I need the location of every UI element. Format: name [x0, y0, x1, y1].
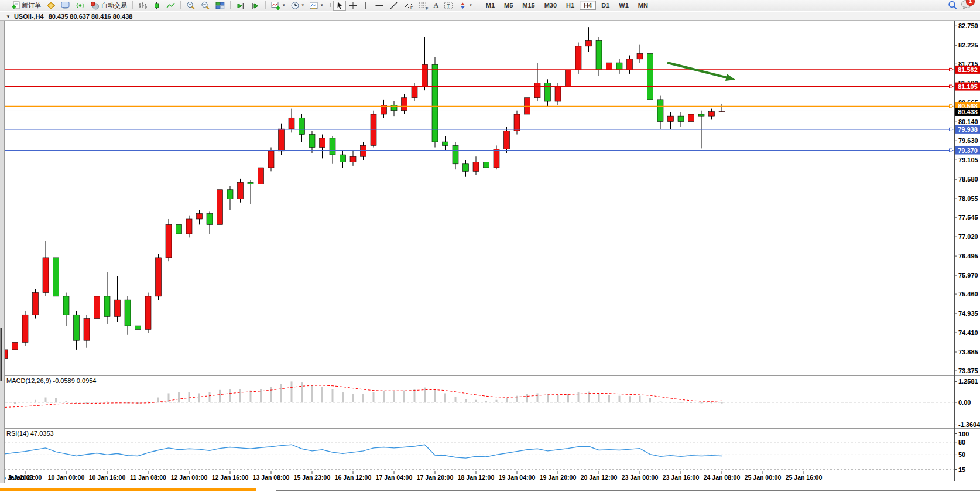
auto-scroll-button[interactable]	[234, 1, 248, 11]
time-tick-label: 19 Jan 04:00	[499, 474, 536, 481]
timeframe-button-M5[interactable]: M5	[500, 1, 517, 10]
svg-text:81.562: 81.562	[958, 66, 978, 73]
timeframe-button-M1[interactable]: M1	[482, 1, 499, 10]
cursor-icon	[335, 1, 344, 10]
price-tick-label: 79.630	[958, 137, 978, 144]
auto-scroll-icon	[236, 1, 245, 10]
macd-histogram	[15, 381, 722, 404]
trendline-button[interactable]	[387, 1, 400, 11]
line-chart-button[interactable]	[164, 1, 177, 11]
templates-button[interactable]: ▾	[307, 1, 325, 11]
vertical-line-icon	[362, 1, 369, 10]
line-handle[interactable]	[950, 85, 952, 88]
timeframe-button-MN[interactable]: MN	[634, 1, 652, 10]
line-chart-icon	[166, 1, 175, 10]
chart-window-titlebar: ▼ USOil-,H4 80.435 80.637 80.416 80.438	[0, 12, 980, 21]
bottom-window-accent	[0, 488, 256, 491]
rsi-axis-label: 15	[958, 466, 965, 473]
tile-windows-icon	[215, 1, 225, 10]
zoom-in-button[interactable]	[184, 1, 198, 11]
chart-menu-caret[interactable]: ▼	[6, 14, 11, 19]
timeframe-button-H4[interactable]: H4	[580, 1, 596, 10]
candlestick-chart-button[interactable]	[150, 1, 163, 11]
line-handle[interactable]	[950, 128, 952, 131]
chart-canvas[interactable]: 82.75082.22581.71581.19080.66580.14079.6…	[0, 21, 980, 483]
crosshair-button[interactable]	[347, 1, 359, 11]
time-tick-label: 10 Jan 00:00	[48, 474, 85, 481]
chart-shift-button[interactable]	[248, 1, 262, 11]
toolbar-grip[interactable]	[4, 2, 6, 9]
rsi-axis-label: 50	[958, 451, 965, 458]
new-order-button[interactable]: 新订单	[9, 1, 43, 11]
main-toolbar: 新订单 自动交易	[0, 0, 980, 11]
trend-arrow[interactable]	[667, 63, 735, 81]
timeframe-button-M30[interactable]: M30	[540, 1, 561, 10]
time-tick-label: 23 Jan 16:00	[663, 474, 700, 481]
periods-button[interactable]: ▾	[288, 1, 307, 11]
macd-axis-label: -1.3604	[958, 421, 980, 428]
auto-trading-button[interactable]: 自动交易	[88, 1, 129, 11]
line-handle[interactable]	[950, 149, 952, 152]
zoom-in-icon	[186, 1, 196, 10]
svg-text:79.938: 79.938	[958, 126, 978, 133]
cursor-button[interactable]	[333, 1, 346, 11]
text-label-button[interactable]: T	[441, 1, 455, 11]
price-tick-label: 82.750	[958, 22, 978, 29]
timeframe-button-H1[interactable]: H1	[562, 1, 578, 10]
search-icon	[948, 1, 958, 10]
time-tick-label: 17 Jan 20:00	[417, 474, 454, 481]
toolbar-grip[interactable]	[328, 2, 331, 9]
fibonacci-icon: F	[419, 1, 429, 10]
timeframe-button-W1[interactable]: W1	[615, 1, 633, 10]
fibonacci-button[interactable]: F	[416, 1, 431, 11]
toolbar-grip[interactable]	[477, 2, 479, 9]
price-tick-label: 75.970	[958, 272, 978, 279]
toolbar-separator	[230, 1, 231, 9]
line-handle[interactable]	[950, 105, 952, 108]
signals-button[interactable]	[73, 1, 87, 11]
timeframe-button-M15[interactable]: M15	[518, 1, 539, 10]
text-label-icon: T	[444, 1, 453, 10]
arrows-button[interactable]: ▾	[456, 1, 474, 11]
vertical-line-button[interactable]	[360, 1, 372, 11]
time-tick-label: 18 Jan 12:00	[458, 474, 495, 481]
svg-text:E: E	[410, 6, 413, 10]
svg-text:80.438: 80.438	[958, 108, 978, 115]
time-tick-label: 13 Jan 08:00	[253, 474, 290, 481]
dropdown-caret: ▾	[302, 3, 304, 8]
tile-windows-button[interactable]	[213, 1, 227, 11]
notifications-button[interactable]: 1	[961, 0, 972, 12]
time-tick-label: 10 Jan 16:00	[89, 474, 126, 481]
dropdown-caret: ▾	[470, 3, 472, 8]
gold-diamond-icon	[46, 1, 56, 10]
terminal-button[interactable]	[59, 1, 73, 11]
search-button[interactable]	[945, 1, 960, 11]
zoom-out-button[interactable]	[198, 1, 213, 11]
toolbar-separator	[265, 1, 266, 9]
indicators-button[interactable]: ▾	[269, 1, 287, 11]
line-handle[interactable]	[950, 68, 952, 71]
macd-axis-label: 0.00	[958, 399, 971, 406]
time-tick-label: 23 Jan 00:00	[622, 474, 659, 481]
price-tick-label: 77.545	[958, 214, 978, 221]
dropdown-caret: ▾	[321, 3, 323, 8]
text-button[interactable]: A	[431, 1, 441, 11]
time-tick-label: 15 Jan 23:00	[294, 474, 331, 481]
current-price-badge: 80.438	[955, 108, 980, 116]
price-tick-label: 74.935	[958, 310, 978, 317]
price-tick-label: 73.885	[958, 348, 978, 356]
time-tick-label: 19 Jan 20:00	[540, 474, 577, 481]
price-tick-label: 73.375	[958, 367, 978, 374]
time-tick-label: 12 Jan 00:00	[171, 474, 208, 481]
timeframe-button-D1[interactable]: D1	[597, 1, 614, 10]
time-axis[interactable]: 6 Jan 20239 Jan 08:0010 Jan 00:0010 Jan …	[2, 472, 822, 481]
rsi-axis-label: 100	[958, 430, 969, 438]
templates-icon	[309, 1, 318, 10]
price-badge-79370: 79.370	[955, 146, 980, 155]
gold-diamond-button[interactable]	[44, 1, 58, 11]
notification-badge: 1	[966, 0, 975, 6]
bar-chart-button[interactable]	[136, 1, 149, 11]
time-tick-label: 9 Jan 08:00	[9, 474, 42, 481]
horizontal-line-button[interactable]	[372, 1, 386, 11]
equidistant-channel-button[interactable]: E	[401, 1, 416, 11]
